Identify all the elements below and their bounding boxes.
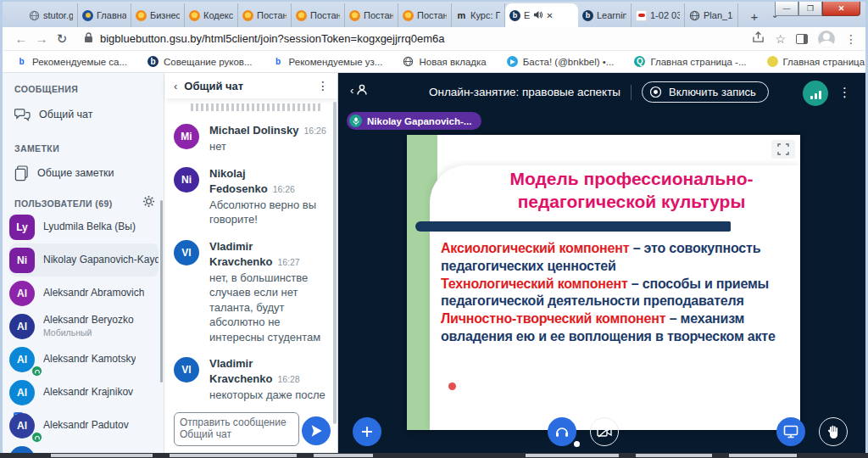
chevron-left-icon[interactable]: ‹ xyxy=(174,80,177,92)
record-label: Включить запись xyxy=(669,86,756,98)
windows-taskbar xyxy=(0,453,868,458)
bookmark-star-icon[interactable]: ☆ xyxy=(775,32,786,46)
bookmark-item[interactable]: Главная страница |... xyxy=(767,56,868,67)
avatar: Ni xyxy=(9,248,35,273)
start-recording-button[interactable]: Включить запись xyxy=(642,81,769,103)
tab-label: stutor.g xyxy=(43,10,73,20)
webcam-off-button[interactable] xyxy=(590,417,619,446)
options-menu-icon[interactable]: ⋮ xyxy=(838,85,852,100)
tab-label: Plan_1- xyxy=(704,10,733,20)
tab-label: Постан xyxy=(417,10,447,20)
users-scrollbar[interactable] xyxy=(160,200,163,383)
share-icon[interactable] xyxy=(752,31,765,47)
sidebar-item-public-chat[interactable]: Общий чат xyxy=(11,102,157,127)
user-list-item[interactable]: Ni Nikolay Gapanovich-Kaydalov xyxy=(9,243,159,276)
tab-plan[interactable]: Plan_1- xyxy=(685,3,738,27)
audio-options-dot[interactable] xyxy=(574,441,580,447)
user-list-item[interactable]: Al Aleksandr Abramovich xyxy=(9,276,159,310)
bookmark-item[interactable]: Новая вкладка xyxy=(403,56,486,67)
profile-avatar[interactable] xyxy=(818,31,835,47)
new-tab-button[interactable]: + xyxy=(743,5,765,27)
bookmark-label: Главная страница -... xyxy=(650,57,746,67)
navigation-sidebar: СООБЩЕНИЯ Общий чат ЗАМЕТКИ Общие заметк… xyxy=(3,73,164,453)
tab-learning[interactable]: b Learnin xyxy=(578,3,632,27)
chat-message: Vl Vladimir Kravchenko16:27 нет, в больш… xyxy=(174,238,329,345)
bookmark-label: Рекомендуемые са... xyxy=(32,57,127,67)
user-list-item-partial[interactable] xyxy=(9,442,159,453)
bookmark-item[interactable]: bСовещание руков... xyxy=(147,56,253,67)
current-speaker-pill[interactable]: Nikolay Gapanovich-... xyxy=(347,112,481,130)
chat-message-input[interactable] xyxy=(174,412,299,446)
tab-postan-3[interactable]: Постан xyxy=(345,3,398,27)
tab-label: Кодекс xyxy=(203,10,233,20)
tab-kurs[interactable]: m Курс: П xyxy=(452,3,505,27)
chat-messages: Mi Michael Dolinsky16:26 нет Ni Nikolaj … xyxy=(165,117,331,405)
browser-menu-icon[interactable]: ⋮ xyxy=(845,32,857,46)
fullscreen-button[interactable] xyxy=(771,140,795,159)
tab-stutor[interactable]: stutor.g xyxy=(25,3,78,27)
doc-icon xyxy=(636,10,647,21)
send-message-button[interactable] xyxy=(302,416,331,445)
bbb-app: СООБЩЕНИЯ Общий чат ЗАМЕТКИ Общие заметк… xyxy=(3,73,865,453)
user-list-item[interactable]: Al Aleksandr Kamotsky xyxy=(9,343,159,376)
raise-hand-button[interactable] xyxy=(819,417,848,446)
user-list-item[interactable]: Al Aleksandr Krajnikov xyxy=(9,376,159,409)
user-list-item[interactable]: Ly Lyudmila Belka (Вы) xyxy=(9,210,159,243)
tab-biznes[interactable]: Бизнес xyxy=(131,3,185,27)
bookmark-item[interactable]: QГлавная страница -... xyxy=(634,56,746,67)
bookmark-item[interactable]: Баста! (@bnkbel) •... xyxy=(507,56,615,67)
tab-label: Постан xyxy=(257,10,287,20)
message-time: 16:27 xyxy=(277,257,299,267)
action-bar xyxy=(338,409,865,453)
sidebar-item-shared-notes[interactable]: Общие заметки xyxy=(11,160,157,186)
chat-scrollbar[interactable] xyxy=(333,102,337,424)
tab-close-icon[interactable]: ✕ xyxy=(546,11,553,20)
tab-kodeks[interactable]: Кодекс xyxy=(185,3,238,27)
message-author: Vladimir Kravchenko xyxy=(209,240,272,268)
messages-section-label: СООБЩЕНИЯ xyxy=(14,84,78,94)
chat-message: Vl Vladimir Kravchenko16:28 некоторых да… xyxy=(174,355,329,405)
actions-plus-button[interactable] xyxy=(353,417,381,446)
bookmark-item[interactable]: bРекомендуемые са... xyxy=(16,56,127,67)
message-text: нет, в большинстве случаев если нет тала… xyxy=(209,271,329,345)
restore-presentation-button[interactable] xyxy=(776,417,805,446)
connection-status-button[interactable] xyxy=(803,81,828,106)
side-panel-icon[interactable] xyxy=(796,34,808,44)
microphone-icon xyxy=(349,114,362,127)
maximize-button[interactable]: ❐ xyxy=(798,2,822,16)
back-icon[interactable]: ← xyxy=(11,31,31,46)
minimize-button[interactable]: — xyxy=(775,2,798,16)
tab-label: Бизнес xyxy=(150,10,180,20)
tab-audio-icon[interactable] xyxy=(533,8,542,23)
audio-headset-button[interactable] xyxy=(548,417,576,446)
user-name: Aleksandr Kamotsky xyxy=(43,353,136,365)
bookmark-label: Новая вкладка xyxy=(419,57,486,67)
tab-postan-1[interactable]: Постан xyxy=(238,3,292,27)
avatar: Vl xyxy=(174,357,199,383)
message-author: Vladimir Kravchenko xyxy=(209,357,272,385)
tab-glavnaya[interactable]: Главна xyxy=(78,3,131,27)
tab-postan-4[interactable]: Постан xyxy=(398,3,452,27)
tab-postan-2[interactable]: Постан xyxy=(292,3,345,27)
globe-icon xyxy=(689,10,700,21)
message-time: 16:26 xyxy=(303,126,326,136)
chat-menu-icon[interactable]: ⋮ xyxy=(317,79,329,92)
bookmark-item[interactable]: bРекомендуемые уз... xyxy=(273,56,383,67)
hand-icon xyxy=(827,425,840,438)
reload-icon[interactable]: ↻ xyxy=(52,31,72,47)
user-list-item[interactable]: Al Aleksandr Padutov xyxy=(9,409,159,442)
tab-bbb-active[interactable]: b Е ✕ xyxy=(505,3,578,27)
avatar xyxy=(9,446,35,454)
user-list-item[interactable]: Al Aleksandr BeryozkoМобильный xyxy=(9,310,159,343)
bbb-icon: b xyxy=(147,56,159,67)
toggle-userlist-button[interactable]: ‹ xyxy=(350,83,369,97)
tab-1-02[interactable]: 1-02 03 xyxy=(632,3,685,27)
presentation-slide[interactable]: Модель профессионально- педагогической к… xyxy=(407,135,800,430)
bookmarks-bar: bРекомендуемые са... bСовещание руков...… xyxy=(3,51,865,73)
chat-header: ‹ Общий чат ⋮ xyxy=(165,73,337,98)
gear-icon[interactable] xyxy=(142,195,155,211)
close-button[interactable]: ✕ xyxy=(822,2,860,16)
forward-icon[interactable]: → xyxy=(31,31,52,46)
url-bar[interactable]: bigbluebutton.gsu.by/html5client/join?se… xyxy=(100,32,743,45)
record-icon xyxy=(649,86,662,98)
